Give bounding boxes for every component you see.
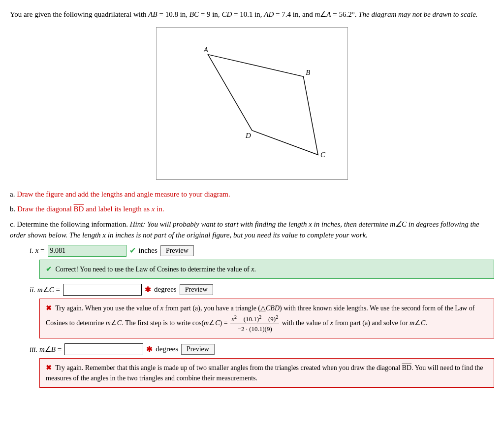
part-b-text: Draw the diagonal BD and label its lengt… (17, 205, 164, 213)
fraction-ii: x2 − (10.1)2 − (9)2 −2 · (10.1)(9) (230, 313, 279, 334)
svg-text:D: D (245, 131, 251, 139)
sub-i-input[interactable] (48, 245, 126, 257)
part-a: a. Draw the figure and add the lengths a… (10, 189, 494, 200)
sub-ii-unit: degrees (154, 285, 177, 294)
problem-statement: You are given the following quadrilatera… (10, 9, 494, 20)
part-a-text: Draw the figure and add the lengths and … (17, 190, 230, 198)
preview-button-iii[interactable]: Preview (181, 344, 215, 355)
svg-text:A: A (203, 45, 209, 53)
svg-text:C: C (320, 151, 326, 159)
part-b-label: b. (10, 205, 17, 213)
sub-part-iii: iii. m∠B = ✱ degrees Preview ✖ Try again… (30, 343, 494, 388)
sub-part-ii: ii. m∠C = ✱ degrees Preview ✖ Try again.… (30, 284, 494, 338)
feedback-iii-text: Try again. Remember that this angle is m… (46, 364, 483, 382)
part-c-text: Determine the following information. Hin… (10, 220, 479, 239)
diagram-box: A B C D (156, 27, 348, 180)
x-icon-iii: ✖ (46, 364, 52, 371)
sub-ii-label: ii. m∠C = (30, 285, 60, 294)
part-b: b. Draw the diagonal BD and label its le… (10, 203, 494, 215)
feedback-ii: ✖ Try again. When you use the value of x… (39, 299, 494, 338)
sub-ii-asterisk: ✱ (145, 285, 151, 294)
quadrilateral-diagram: A B C D (157, 28, 347, 179)
sub-part-i: i. x = ✔ inches Preview ✔ Correct! You n… (30, 245, 494, 279)
diagram-container: A B C D (10, 27, 494, 180)
part-c-label: c. (10, 220, 17, 228)
feedback-i-text: Correct! You need to use the Law of Cosi… (56, 266, 256, 273)
sub-iii-label: iii. m∠B = (30, 345, 62, 354)
correct-checkmark-i: ✔ (129, 246, 136, 255)
svg-text:B: B (306, 68, 310, 76)
x-icon-ii: ✖ (46, 304, 52, 312)
sub-iii-input[interactable] (64, 343, 143, 355)
statement-text: You are given the following quadrilatera… (10, 10, 478, 18)
feedback-i: ✔ Correct! You need to use the Law of Co… (39, 260, 494, 279)
part-c: c. Determine the following information. … (10, 219, 494, 241)
sub-i-unit: inches (139, 246, 158, 255)
preview-button-i[interactable]: Preview (160, 245, 194, 256)
part-a-label: a. (10, 190, 17, 198)
sub-i-label: i. x = (30, 246, 45, 255)
check-icon-i: ✔ (46, 266, 52, 273)
sub-iii-unit: degrees (156, 345, 178, 353)
svg-marker-0 (208, 54, 318, 155)
feedback-iii: ✖ Try again. Remember that this angle is… (39, 358, 494, 388)
feedback-ii-text: ✖ Try again. When you use the value of x… (46, 303, 488, 334)
sub-iii-asterisk: ✱ (146, 345, 153, 354)
sub-ii-input[interactable] (63, 284, 142, 296)
preview-button-ii[interactable]: Preview (180, 284, 213, 295)
